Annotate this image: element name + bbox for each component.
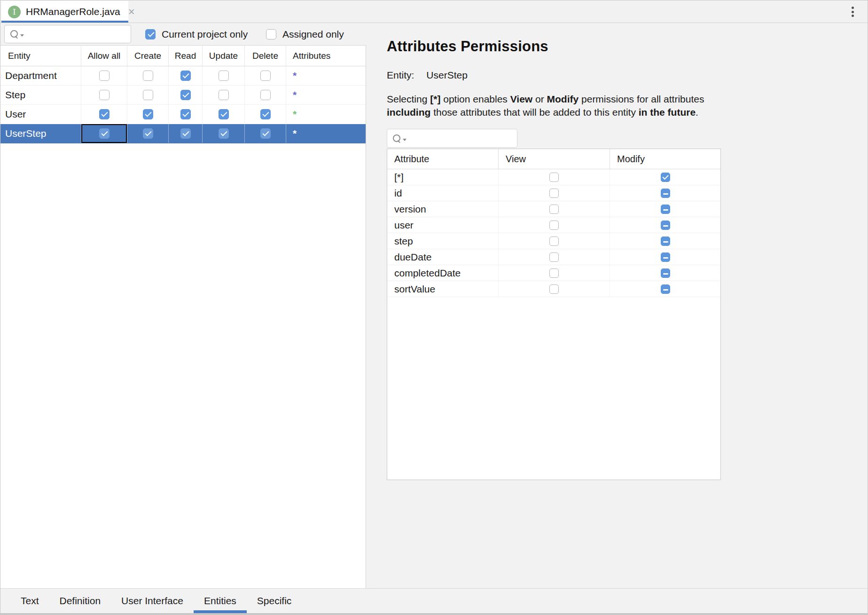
attributes-permissions-panel: Attributes Permissions Entity: UserStep … [387,38,721,480]
view-cell[interactable] [499,217,610,233]
table-row[interactable]: version [387,201,720,217]
bottom-tab-definition[interactable]: Definition [60,589,101,613]
bottom-tab-label: Text [21,595,39,607]
view-checkbox [549,268,559,278]
permission-checkbox [219,71,229,81]
allow-all-cell[interactable] [81,66,127,85]
table-row[interactable]: User * [0,105,366,124]
close-icon[interactable]: × [128,6,135,17]
read-cell[interactable] [169,105,203,124]
entity-search-input[interactable] [26,25,141,43]
view-cell[interactable] [499,201,610,217]
column-header-delete[interactable]: Delete [245,46,286,66]
delete-cell[interactable] [245,86,286,104]
modify-cell[interactable] [610,281,720,297]
modify-cell[interactable] [610,249,720,265]
delete-cell[interactable] [245,66,286,85]
permission-checkbox [260,90,271,100]
create-cell[interactable] [127,105,169,124]
table-row[interactable]: dueDate [387,249,720,265]
table-row[interactable]: user [387,217,720,233]
attribute-search-field[interactable] [387,129,517,148]
table-row[interactable]: UserStep * [0,124,366,143]
create-cell[interactable] [127,124,169,143]
read-cell[interactable] [169,86,203,104]
table-row[interactable]: id [387,185,720,201]
entity-permissions-panel: Entity Allow all Create Read Update Dele… [0,45,366,588]
current-project-only-checkbox[interactable] [145,29,156,39]
tab-hrmanagerrole[interactable]: I HRManagerRole.java × [1,1,128,23]
view-cell[interactable] [499,249,610,265]
read-cell[interactable] [169,66,203,85]
bottom-tab-specific[interactable]: Specific [257,589,292,613]
view-checkbox [549,173,559,182]
create-cell[interactable] [127,86,169,104]
assigned-only-label: Assigned only [282,29,344,40]
delete-cell[interactable] [245,105,286,124]
column-header-entity[interactable]: Entity [0,46,81,66]
column-header-allow-all[interactable]: Allow all [81,46,127,66]
modify-cell[interactable] [610,217,720,233]
kebab-menu-icon[interactable] [848,6,857,18]
modify-cell[interactable] [610,233,720,249]
assigned-only-option[interactable]: Assigned only [266,23,344,45]
view-cell[interactable] [499,265,610,281]
column-header-update[interactable]: Update [203,46,245,66]
modify-cell[interactable] [610,169,720,185]
allow-all-cell[interactable] [81,124,127,143]
table-row[interactable]: step [387,233,720,249]
read-cell[interactable] [169,124,203,143]
column-header-modify[interactable]: Modify [610,149,720,169]
attribute-name: completedDate [387,265,499,281]
view-cell[interactable] [499,169,610,185]
permission-checkbox [180,90,191,100]
attribute-name: version [387,201,499,217]
permission-checkbox [143,90,153,100]
view-checkbox [549,221,559,230]
column-header-attributes[interactable]: Attributes [286,46,366,66]
bottom-tab-bar: TextDefinitionUser InterfaceEntitiesSpec… [0,588,868,615]
update-cell[interactable] [203,86,245,104]
modify-checkbox [661,221,670,230]
update-cell[interactable] [203,66,245,85]
attributes-marker: * [293,109,297,120]
assigned-only-checkbox[interactable] [266,29,276,39]
table-row[interactable]: sortValue [387,281,720,297]
entity-value: UserStep [426,70,468,81]
view-checkbox [549,189,559,198]
allow-all-cell[interactable] [81,86,127,104]
entity-search-field[interactable] [4,25,131,43]
column-header-create[interactable]: Create [127,46,169,66]
attributes-marker: * [293,89,297,101]
column-header-attribute[interactable]: Attribute [387,149,499,169]
table-row[interactable]: completedDate [387,265,720,281]
bottom-tab-user-interface[interactable]: User Interface [121,589,183,613]
current-project-only-option[interactable]: Current project only [145,23,248,45]
create-cell[interactable] [127,66,169,85]
column-header-view[interactable]: View [499,149,610,169]
allow-all-cell[interactable] [81,105,127,124]
update-cell[interactable] [203,124,245,143]
bottom-tab-entities[interactable]: Entities [204,589,236,613]
update-cell[interactable] [203,105,245,124]
delete-cell[interactable] [245,124,286,143]
chevron-down-icon [403,139,407,141]
attribute-name: [*] [387,169,499,185]
view-cell[interactable] [499,281,610,297]
modify-checkbox [661,173,670,182]
permission-checkbox [99,128,109,139]
modify-cell[interactable] [610,265,720,281]
view-cell[interactable] [499,233,610,249]
table-row[interactable]: Step * [0,86,366,105]
entity-name: User [0,105,81,124]
view-cell[interactable] [499,185,610,201]
table-row[interactable]: Department * [0,66,366,86]
attributes-marker: * [293,70,297,81]
modify-cell[interactable] [610,185,720,201]
attribute-search-input[interactable] [408,129,524,147]
bottom-tab-text[interactable]: Text [21,589,39,613]
permission-checkbox [180,71,191,81]
table-row[interactable]: [*] [387,169,720,185]
modify-cell[interactable] [610,201,720,217]
column-header-read[interactable]: Read [169,46,203,66]
